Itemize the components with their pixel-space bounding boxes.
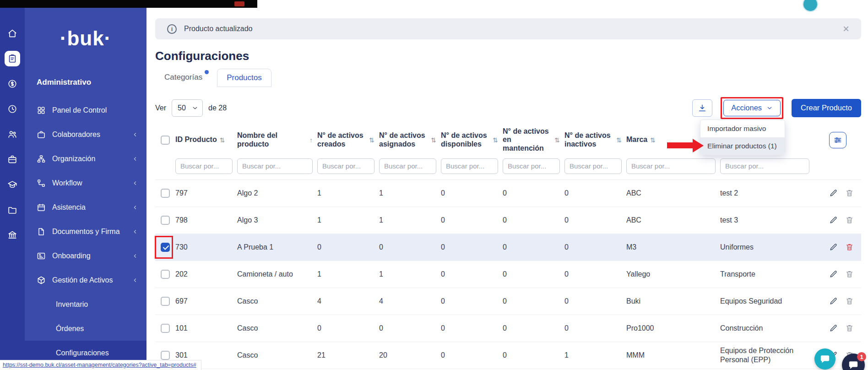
home-rail-item[interactable] [5,26,20,41]
menu-item-eliminar-productos-1[interactable]: Eliminar productos (1) [700,137,785,155]
edit-button[interactable] [829,189,838,197]
edit-button[interactable] [829,216,838,224]
sidebar-item-organizacion[interactable]: Organización [25,147,146,171]
cell-mantencion: 0 [503,351,564,360]
delete-button[interactable] [845,324,854,332]
close-icon[interactable]: × [843,23,849,34]
column-header-mantencion[interactable]: N° de activos en mantención⇅ [503,127,564,153]
filter-input-inactivos[interactable] [564,158,622,174]
bank-rail-item[interactable] [5,227,20,243]
row-checkbox[interactable] [161,243,170,252]
table-row: 797Algo 211000ABCtest 2 [155,180,861,207]
filter-input-mantencion[interactable] [503,158,560,174]
delete-button[interactable] [845,243,854,251]
cell-mantencion: 0 [503,189,564,198]
sidebar-subitem-ordenes[interactable]: Órdenes [25,316,146,341]
row-checkbox[interactable] [161,216,170,225]
row-checkbox[interactable] [161,324,170,333]
row-checkbox[interactable] [161,297,170,306]
select-all-checkbox[interactable] [161,136,170,145]
table-row: 730A Prueba 100000M3Uniformes [155,234,861,261]
sort-icon[interactable]: ⇅ [493,136,498,144]
sidebar-item-panel-de-control[interactable]: Panel de Control [25,98,146,122]
arrow-shaft [667,142,693,148]
row-checkbox[interactable] [161,270,170,279]
pencil-icon [829,189,838,197]
tab-categorias[interactable]: Categorías [155,69,212,87]
sidebar-item-onboarding[interactable]: Onboarding [25,244,146,268]
browser-chrome-strip [0,0,257,8]
column-header-id[interactable]: ID Producto⇅ [175,136,237,144]
folder-rail-item[interactable] [5,202,20,218]
inventory-rail-item[interactable] [5,51,20,66]
sidebar-item-gestion-de-activos[interactable]: Gestión de Activos [25,268,146,292]
filter-input-creados[interactable] [317,158,374,174]
sort-icon[interactable]: ⇅ [616,136,622,144]
column-settings-button[interactable] [829,132,846,148]
chevron-left-icon [132,277,138,283]
trash-icon [845,216,854,224]
people-rail-item[interactable] [5,126,20,142]
edit-button[interactable] [829,324,838,332]
sidebar-item-asistencia[interactable]: Asistencia [25,195,146,219]
cell-inactivos: 0 [564,297,626,306]
delete-button[interactable] [845,270,854,278]
sort-icon[interactable]: ⇅ [369,136,374,144]
menu-item-importador-masivo[interactable]: Importador masivo [700,120,785,137]
cell-marca: MMM [626,351,720,360]
download-button[interactable] [692,99,712,117]
filter-row [155,156,861,180]
delete-button[interactable] [845,297,854,305]
column-header-asignados[interactable]: N° de activos asignados⇅ [379,131,441,149]
filter-input-asignados[interactable] [379,158,436,174]
cell-marca: Buki [626,297,720,306]
briefcase-rail-item[interactable] [5,152,20,167]
sort-icon[interactable]: ⇅ [554,136,560,144]
filter-input-disponibles[interactable] [441,158,498,174]
cell-asignados: 1 [379,189,441,198]
edit-button[interactable] [829,270,838,278]
column-header-creados[interactable]: N° de activos creados⇅ [317,131,379,149]
sidebar-menu-panel: ·buk· Administrativo Panel de ControlCol… [25,0,146,370]
page-size-select[interactable]: 50 [172,99,203,117]
sort-icon[interactable]: ⇅ [431,136,436,144]
download-icon [698,103,707,113]
tab-productos[interactable]: Productos [217,69,271,87]
sort-icon[interactable]: ⇅ [650,136,656,144]
crear-producto-button[interactable]: Crear Producto [792,99,861,117]
sidebar-subitem-inventario[interactable]: Inventario [25,292,146,316]
filter-input-categoria[interactable] [720,158,809,174]
delete-button[interactable] [845,216,854,224]
column-header-nombre[interactable]: Nombre del producto↑ [237,131,317,149]
sort-icon[interactable]: ↑ [309,136,313,144]
cell-inactivos: 0 [564,216,626,225]
sidebar-item-workflow[interactable]: Workflow [25,171,146,195]
filter-input-marca[interactable] [626,158,716,174]
sidebar-item-documentos-y-firma[interactable]: Documentos y Firma [25,219,146,244]
delete-button[interactable] [845,189,854,197]
table-row: 202Camioneta / auto11000YallegoTransport… [155,261,861,288]
workflow-icon [37,179,46,188]
annotation-arrow [667,139,704,152]
education-icon [7,180,17,190]
cell-marca: ABC [626,189,720,198]
folder-icon [7,205,17,215]
edit-button[interactable] [829,297,838,305]
pencil-icon [829,216,838,224]
sidebar-item-colaboradores[interactable]: Colaboradores [25,122,146,147]
education-rail-item[interactable] [5,177,20,192]
documentos-icon [37,227,46,236]
filter-input-nombre[interactable] [237,158,313,174]
row-checkbox[interactable] [161,189,170,198]
chat-launcher-teal[interactable] [814,348,835,370]
column-header-disponibles[interactable]: N° de activos disponibles⇅ [441,131,503,149]
sort-icon[interactable]: ⇅ [220,136,225,144]
acciones-button[interactable]: Acciones [723,100,781,116]
column-header-inactivos[interactable]: N° de activos inactivos⇅ [564,131,626,149]
history-rail-item[interactable] [5,101,20,117]
edit-button[interactable] [829,243,838,251]
cell-disponibles: 0 [441,297,503,306]
payments-rail-item[interactable] [5,76,20,92]
filter-input-id[interactable] [175,158,233,174]
row-checkbox[interactable] [161,351,170,360]
